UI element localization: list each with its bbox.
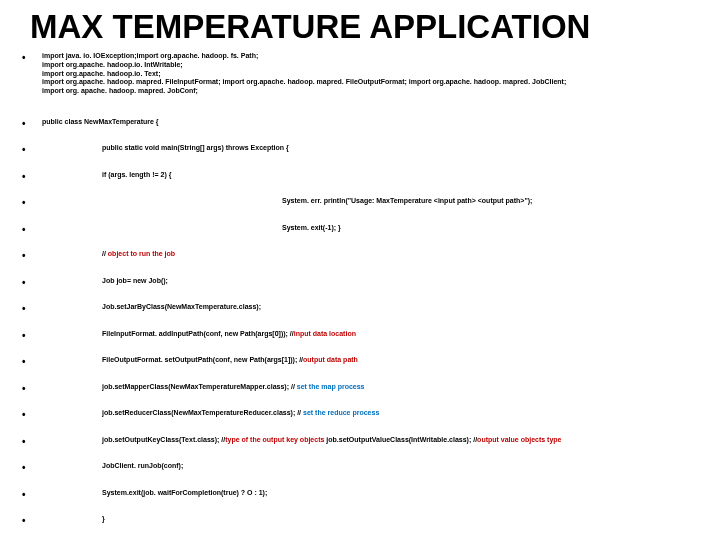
slide-title: MAX TEMPERATURE APPLICATION [30,8,700,46]
code-line: • // object to run the job [20,250,700,263]
bullet-icon: • [20,356,42,369]
bullet-icon: • [20,462,42,475]
bullet-icon: • [20,436,42,449]
bullet-icon: • [20,250,42,263]
bullet-icon: • [20,224,42,237]
bullet-icon: • [20,515,42,528]
code-text: job.setReducerClass(NewMaxTemperatureRed… [42,409,700,418]
code-line: • System. exit(-1); } [20,224,700,237]
bullet-icon: • [20,171,42,184]
bullet-icon: • [20,409,42,422]
code-line: • } [20,515,700,528]
code-line: • import java. io. IOException;import or… [20,52,700,96]
bullet-icon: • [20,303,42,316]
code-line: • if (args. length != 2) { [20,171,700,184]
code-text: FileOutputFormat. setOutputPath(conf, ne… [42,356,700,365]
code-text: } [42,515,700,524]
code-text: public static void main(String[] args) t… [42,144,700,153]
code-line: • public class NewMaxTemperature { [20,118,700,131]
code-text: job.setOutputKeyClass(Text.class); //typ… [42,436,700,445]
code-text: Job.setJarByClass(NewMaxTemperature.clas… [42,303,700,312]
code-text: System. err. println("Usage: MaxTemperat… [42,197,700,206]
code-text: import java. io. IOException;import org.… [42,52,700,96]
bullet-icon: • [20,197,42,210]
bullet-icon: • [20,277,42,290]
code-text: if (args. length != 2) { [42,171,700,180]
slide: MAX TEMPERATURE APPLICATION • import jav… [0,0,720,540]
code-line: • job.setMapperClass(NewMaxTemperatureMa… [20,383,700,396]
code-line: • Job job= new Job(); [20,277,700,290]
code-line: • FileInputFormat. addInputPath(conf, ne… [20,330,700,343]
code-line: • FileOutputFormat. setOutputPath(conf, … [20,356,700,369]
code-line: • job.setOutputKeyClass(Text.class); //t… [20,436,700,449]
code-line: • public static void main(String[] args)… [20,144,700,157]
code-text: job.setMapperClass(NewMaxTemperatureMapp… [42,383,700,392]
code-text: System. exit(-1); } [42,224,700,233]
bullet-icon: • [20,330,42,343]
code-text: // object to run the job [42,250,700,259]
code-line: • System.exit(job. waitForCompletion(tru… [20,489,700,502]
code-line: • Job.setJarByClass(NewMaxTemperature.cl… [20,303,700,316]
code-line: • System. err. println("Usage: MaxTemper… [20,197,700,210]
code-line: • job.setReducerClass(NewMaxTemperatureR… [20,409,700,422]
bullet-icon: • [20,489,42,502]
code-text: FileInputFormat. addInputPath(conf, new … [42,330,700,339]
code-text: Job job= new Job(); [42,277,700,286]
code-line: • JobClient. runJob(conf); [20,462,700,475]
code-text: System.exit(job. waitForCompletion(true)… [42,489,700,498]
bullet-icon: • [20,144,42,157]
bullet-icon: • [20,118,42,131]
bullet-icon: • [20,383,42,396]
code-text: public class NewMaxTemperature { [42,118,700,127]
bullet-icon: • [20,52,42,65]
code-text: JobClient. runJob(conf); [42,462,700,471]
